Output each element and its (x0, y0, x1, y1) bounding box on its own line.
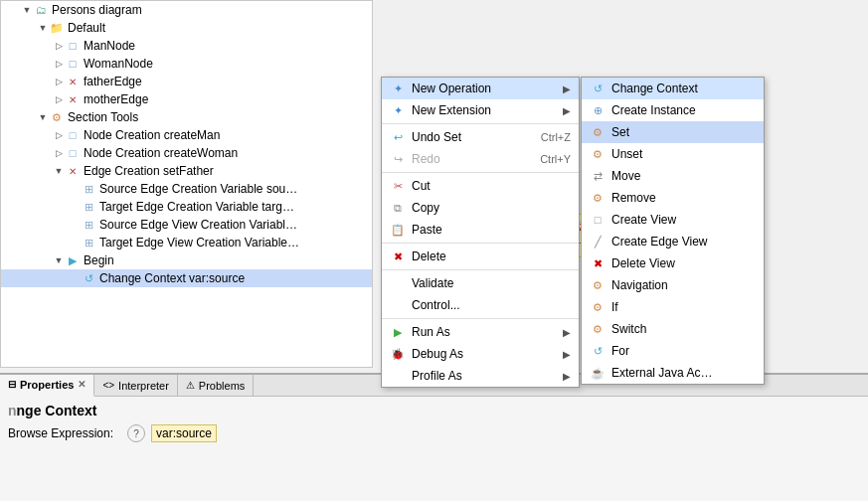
ext-java-icon: ☕ (590, 365, 606, 381)
menu-item-new-op[interactable]: ✦ New Operation ▶ (382, 78, 579, 99)
menu-item-switch[interactable]: ⚙ Switch (582, 318, 764, 340)
panel-title: nnge Context (8, 403, 860, 418)
menu-item-for[interactable]: ↺ For (582, 340, 764, 362)
tab-interpreter-label: Interpreter (118, 380, 169, 392)
create-edge-view-icon: ╱ (590, 234, 606, 250)
tree-item-womannode[interactable]: ▷ □ WomanNode (1, 55, 372, 73)
menu-item-debug-as[interactable]: 🐞 Debug As ▶ (382, 343, 579, 365)
tree-label-mannode: ManNode (84, 39, 135, 53)
tree-arrow-root: ▼ (21, 5, 33, 15)
menu-item-validate[interactable]: Validate (382, 272, 579, 294)
undo-shortcut: Ctrl+Z (541, 131, 571, 143)
navigation-icon: ⚙ (590, 277, 606, 293)
cut-icon: ✂ (390, 178, 406, 194)
tab-close-x[interactable]: ✕ (78, 379, 86, 390)
if-icon: ⚙ (590, 299, 606, 315)
menu-item-if[interactable]: ⚙ If (582, 296, 764, 318)
create-inst-icon: ⊕ (590, 102, 606, 118)
tree-label-nc2: Node Creation createWoman (84, 146, 238, 160)
help-icon[interactable]: ? (127, 424, 145, 442)
remove-icon: ⚙ (590, 190, 606, 206)
menu-item-create-view[interactable]: □ Create View (582, 209, 764, 231)
menu-item-control[interactable]: Control... (382, 294, 579, 316)
variable-icon-src: ⊞ (81, 181, 96, 197)
delete-view-icon: ✖ (590, 255, 606, 271)
tree-label-sectiontools: Section Tools (68, 110, 138, 124)
menu-item-cut[interactable]: ✂ Cut (382, 175, 579, 197)
menu-item-change-ctx[interactable]: ↺ Change Context (582, 78, 764, 99)
tree-item-nodecreate2[interactable]: ▷ □ Node Creation createWoman (1, 144, 372, 162)
tree-label-nc1: Node Creation createMan (84, 128, 220, 142)
tab-problems[interactable]: ⚠ Problems (178, 375, 254, 397)
control-icon (390, 297, 406, 313)
menu-item-ext-java[interactable]: ☕ External Java Ac… (582, 362, 764, 384)
paste-icon: 📋 (390, 222, 406, 238)
validate-icon (390, 275, 406, 291)
tree-item-tgtedge[interactable]: ⊞ Target Edge Creation Variable targ… (1, 198, 372, 216)
tree-item-sectiontools[interactable]: ▼ ⚙ Section Tools (1, 108, 372, 126)
bottom-panel: ⊟ Properties ✕ <> Interpreter ⚠ Problems… (0, 373, 868, 501)
tree-arrow-ec: ▼ (53, 166, 65, 176)
tree-arrow-nc1: ▷ (53, 130, 65, 140)
tree-item-default[interactable]: ▼ 📁 Default (1, 19, 372, 37)
tree-item-nodecreate1[interactable]: ▷ □ Node Creation createMan (1, 126, 372, 144)
menu-item-navigation[interactable]: ⚙ Navigation (582, 274, 764, 296)
menu-item-create-inst[interactable]: ⊕ Create Instance (582, 99, 764, 121)
tab-properties[interactable]: ⊟ Properties ✕ (0, 375, 94, 397)
copy-icon: ⧉ (390, 200, 406, 216)
tree-item-begin[interactable]: ▼ ▶ Begin (1, 251, 372, 269)
tree-item-mannode[interactable]: ▷ □ ManNode (1, 37, 372, 55)
menu-item-delete-view[interactable]: ✖ Delete View (582, 252, 764, 274)
tree-item-edgecreate[interactable]: ▼ ✕ Edge Creation setFather (1, 162, 372, 180)
tree-item-srcedge[interactable]: ⊞ Source Edge Creation Variable sou… (1, 180, 372, 198)
move-icon: ⇄ (590, 168, 606, 184)
context-icon: ↺ (81, 270, 96, 286)
tree-item-fatheredge[interactable]: ▷ ✕ fatherEdge (1, 73, 372, 90)
creation-icon-2: □ (65, 145, 81, 161)
new-op-arrow: ▶ (563, 84, 571, 94)
profile-as-arrow: ▶ (563, 371, 571, 382)
tree-label-changecontext: Change Context var:source (99, 271, 245, 285)
new-ext-arrow: ▶ (563, 105, 571, 116)
begin-icon: ▶ (65, 252, 81, 268)
tab-interpreter[interactable]: <> Interpreter (94, 375, 177, 397)
tree-label-womannode: WomanNode (84, 57, 153, 71)
node-icon-woman: □ (65, 56, 81, 72)
tree-arrow-mannode: ▷ (53, 41, 65, 51)
menu-item-set[interactable]: ⚙ Set (582, 121, 764, 143)
tree-item-motheredge[interactable]: ▷ ✕ motherEdge (1, 90, 372, 108)
tree-item-root[interactable]: ▼ 🗂 Persons diagram (1, 1, 372, 19)
menu-item-copy[interactable]: ⧉ Copy (382, 197, 579, 219)
variable-icon-srcview: ⊞ (81, 217, 96, 233)
variable-icon-tgt: ⊞ (81, 199, 96, 215)
menu-item-move[interactable]: ⇄ Move (582, 165, 764, 187)
menu-item-paste[interactable]: 📋 Paste (382, 219, 579, 241)
tree-label-srcview: Source Edge View Creation Variabl… (99, 218, 297, 232)
panel-row-browse: Browse Expression: ? var:source (8, 424, 860, 442)
diagram-icon: 🗂 (33, 2, 49, 18)
tree-label-fatheredge: fatherEdge (84, 75, 142, 88)
tree-label-begin: Begin (84, 253, 114, 267)
profile-as-icon (390, 368, 406, 384)
menu-item-new-ext[interactable]: ✦ New Extension ▶ (382, 99, 579, 121)
panel-content: nnge Context Browse Expression: ? var:so… (0, 397, 868, 452)
menu-item-delete[interactable]: ✖ Delete (382, 246, 579, 267)
new-op-icon: ✦ (390, 81, 406, 96)
tree-label-tgtedge: Target Edge Creation Variable targ… (99, 200, 294, 214)
node-icon-man: □ (65, 38, 81, 54)
menu-item-profile-as[interactable]: Profile As ▶ (382, 365, 579, 387)
run-as-arrow: ▶ (563, 327, 571, 338)
tree-item-changecontext[interactable]: ↺ Change Context var:source (1, 269, 372, 287)
change-ctx-icon: ↺ (590, 81, 606, 96)
tree-arrow-womannode: ▷ (53, 59, 65, 69)
tree-item-tgtview[interactable]: ⊞ Target Edge View Creation Variable… (1, 234, 372, 251)
for-icon: ↺ (590, 343, 606, 359)
menu-item-undo[interactable]: ↩ Undo Set Ctrl+Z (382, 126, 579, 148)
tree-item-srcview[interactable]: ⊞ Source Edge View Creation Variabl… (1, 216, 372, 234)
menu-item-run-as[interactable]: ▶ Run As ▶ (382, 321, 579, 343)
menu-item-redo[interactable]: ↪ Redo Ctrl+Y (382, 148, 579, 170)
menu-item-create-edge-view[interactable]: ╱ Create Edge View (582, 231, 764, 252)
browse-expression-label: Browse Expression: (8, 426, 127, 440)
menu-item-remove[interactable]: ⚙ Remove (582, 187, 764, 209)
menu-item-unset[interactable]: ⚙ Unset (582, 143, 764, 165)
